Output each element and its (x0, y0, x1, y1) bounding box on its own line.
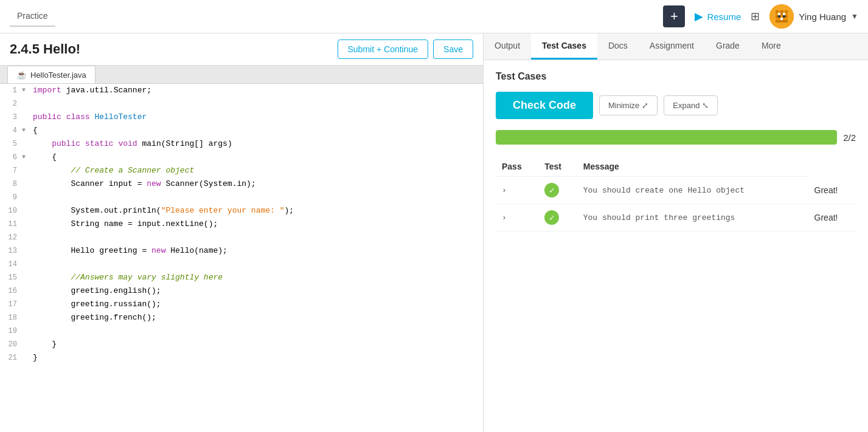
code-line: 13 Hello greeting = new Hello(name); (0, 244, 483, 258)
line-number: 12 (0, 231, 22, 244)
check-code-button[interactable]: Check Code (496, 92, 593, 119)
pass-check-icon: ✓ (544, 183, 559, 197)
line-number: 9 (0, 191, 22, 204)
code-line: 5 public static void main(String[] args) (0, 137, 483, 151)
line-code: import java.util.Scanner; (30, 84, 483, 97)
fold-arrow[interactable]: ▼ (22, 124, 30, 137)
nav-user-menu[interactable]: Ying Huang ▼ (769, 4, 858, 29)
code-line: 12 (0, 231, 483, 244)
submit-continue-button[interactable]: Submit + Continue (338, 39, 429, 59)
svg-rect-9 (783, 13, 785, 15)
line-code: } (30, 338, 483, 351)
line-code: } (30, 351, 483, 365)
fold-arrow[interactable]: ▼ (22, 151, 30, 164)
tab-output[interactable]: Output (484, 33, 531, 60)
svg-rect-6 (776, 13, 778, 15)
line-code: greeting.english(); (30, 284, 483, 298)
avatar (769, 4, 794, 29)
nav-resume-button[interactable]: ▶ Resume (695, 10, 741, 23)
line-code: // Create a Scanner object (30, 164, 483, 177)
svg-rect-20 (785, 18, 788, 20)
code-line: 7 // Create a Scanner object (0, 164, 483, 177)
editor-actions: Submit + Continue Save (338, 39, 474, 59)
code-line: 20 } (0, 338, 483, 351)
test-message: Great! (808, 177, 856, 204)
svg-rect-13 (780, 15, 783, 18)
svg-rect-17 (778, 18, 780, 20)
svg-rect-16 (776, 18, 778, 20)
editor-panel: 2.4.5 Hello! Submit + Continue Save ☕ He… (0, 33, 484, 432)
save-button[interactable]: Save (433, 39, 473, 59)
line-number: 6 (0, 151, 22, 164)
code-line: 18 greeting.french(); (0, 311, 483, 324)
right-tabs: OutputTest CasesDocsAssignmentGradeMore (484, 33, 868, 60)
tab-docs[interactable]: Docs (597, 33, 639, 60)
line-number: 4 (0, 124, 22, 137)
line-number: 13 (0, 244, 22, 258)
code-area[interactable]: 1 ▼ import java.util.Scanner; 2 3 public… (0, 84, 483, 432)
tab-test-cases[interactable]: Test Cases (531, 33, 597, 60)
code-line: 10 System.out.println("Please enter your… (0, 204, 483, 218)
progress-area: 2/2 (496, 130, 856, 145)
nav-plus-button[interactable]: + (663, 5, 685, 27)
main-area: 2.4.5 Hello! Submit + Continue Save ☕ He… (0, 33, 868, 432)
svg-rect-5 (785, 10, 788, 13)
code-line: 1 ▼ import java.util.Scanner; (0, 84, 483, 97)
line-code: public class HelloTester (30, 111, 483, 124)
line-number: 18 (0, 311, 22, 324)
editor-file-tab[interactable]: ☕ HelloTester.java (7, 66, 95, 83)
avatar-svg (769, 4, 794, 29)
tab-assignment[interactable]: Assignment (639, 33, 705, 60)
row-expand-arrow[interactable]: › (496, 204, 538, 231)
nav-practice-tab[interactable]: Practice (10, 6, 55, 27)
resume-play-icon: ▶ (695, 10, 703, 23)
svg-rect-10 (785, 13, 788, 15)
code-line: 21 } (0, 351, 483, 365)
line-code: String name = input.nextLine(); (30, 218, 483, 231)
expand-button[interactable]: Expand ⤡ (664, 95, 718, 115)
row-expand-arrow[interactable]: › (496, 177, 538, 204)
table-row: › ✓ You should print three greetings Gre… (496, 204, 856, 231)
svg-rect-18 (780, 18, 783, 20)
code-line: 11 String name = input.nextLine(); (0, 218, 483, 231)
col-header-message: Message (577, 157, 808, 177)
nav-right: + ▶ Resume ⊞ (663, 4, 858, 29)
svg-rect-21 (776, 20, 788, 22)
svg-rect-3 (780, 10, 783, 13)
line-number: 11 (0, 218, 22, 231)
code-line: 3 public class HelloTester (0, 111, 483, 124)
test-actions: Check Code Minimize ⤢ Expand ⤡ (496, 92, 856, 119)
editor-tabs: ☕ HelloTester.java (0, 66, 483, 84)
progress-label: 2/2 (843, 132, 856, 143)
col-header-test: Test (538, 157, 577, 177)
fold-arrow[interactable]: ▼ (22, 84, 30, 97)
test-cases-title: Test Cases (496, 71, 856, 82)
progress-bar-fill (496, 130, 837, 145)
minimize-button[interactable]: Minimize ⤢ (599, 95, 658, 115)
line-number: 1 (0, 84, 22, 97)
editor-tab-label: HelloTester.java (30, 70, 86, 80)
line-number: 20 (0, 338, 22, 351)
tab-grade[interactable]: Grade (705, 33, 751, 60)
nav-layout-button[interactable]: ⊞ (751, 10, 760, 23)
right-content: Test Cases Check Code Minimize ⤢ Expand … (484, 60, 868, 432)
line-number: 3 (0, 111, 22, 124)
line-number: 15 (0, 271, 22, 284)
line-code: greeting.russian(); (30, 298, 483, 311)
table-header-row: PassTestMessage (496, 157, 856, 177)
tab-more[interactable]: More (751, 33, 792, 60)
table-row: › ✓ You should create one Hello object G… (496, 177, 856, 204)
line-code: { (30, 124, 483, 137)
username-label: Ying Huang (799, 12, 846, 22)
test-description: You should create one Hello object (577, 177, 808, 204)
right-panel: OutputTest CasesDocsAssignmentGradeMore … (484, 33, 868, 432)
line-code: { (30, 151, 483, 164)
code-line: 15 //Answers may vary slightly here (0, 271, 483, 284)
editor-title: 2.4.5 Hello! (10, 41, 80, 57)
top-nav: Practice + ▶ Resume ⊞ (0, 0, 868, 33)
code-line: 16 greeting.english(); (0, 284, 483, 298)
code-line: 6 ▼ { (0, 151, 483, 164)
line-code: Scanner input = new Scanner(System.in); (30, 177, 483, 191)
line-code: System.out.println("Please enter your na… (30, 204, 483, 218)
svg-rect-2 (778, 10, 780, 13)
